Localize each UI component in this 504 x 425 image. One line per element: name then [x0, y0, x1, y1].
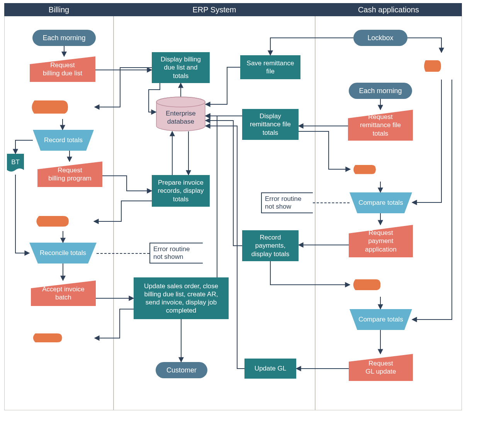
display-billing-due-list-totals: Billing due list and totals [28, 95, 95, 119]
terminator-customer: Customer [156, 362, 207, 378]
manual-input-accept-invoice-batch: Accept invoice batch [31, 280, 96, 306]
compare-totals-2-label: Compare totals [358, 315, 403, 323]
error-routine-2-label: Error routine not show [265, 195, 301, 211]
database-label: Enterprise database [166, 109, 195, 126]
invoice-totals-label: Invoice totals [69, 213, 92, 230]
lane-header-erp-label: ERP System [193, 5, 236, 14]
display-ar-discounts: AR, discounts, amount paid [350, 273, 412, 297]
error-routine-1-label: Error routine not shown [153, 245, 190, 261]
offpage-bt: BT [7, 154, 24, 175]
emailed-totals-label: E-mailed totals [441, 54, 460, 78]
terminator-each-morning-2: Each morning [349, 83, 412, 99]
dashed-connector-2 [313, 202, 350, 203]
request-payment-app-label: Request payment application [365, 229, 396, 253]
process-update-gl: Update GL [244, 359, 296, 379]
customer-label: Customer [166, 366, 197, 375]
manual-op-record-totals: Record totals [33, 130, 94, 151]
request-billing-due-list-label: Request billing due list [43, 61, 82, 78]
accept-invoice-batch-label: Accept invoice batch [42, 285, 85, 302]
manual-input-request-billing-program: Request billing program [37, 162, 102, 187]
display-remittance-totals-label: Display remittance file totals [250, 112, 291, 137]
record-totals-label: Record totals [44, 136, 83, 144]
each-morning-2-label: Each morning [359, 87, 402, 95]
display-invoice-totals: Invoice totals [33, 212, 94, 231]
update-gl-label: Update GL [255, 364, 286, 372]
reconcile-totals-label: Reconcile totals [40, 249, 86, 257]
record-payments-label: Record payments, display totals [251, 233, 289, 258]
swimlane-diagram: Billing ERP System Cash applications Eac… [0, 0, 504, 425]
annotation-error-routine-1: Error routine not shown [149, 243, 203, 264]
display-billing-due-list-label: Display billing due list and totals [161, 55, 201, 80]
update-sales-order-label: Update sales order, close billing due li… [144, 282, 218, 315]
process-display-billing-due-list: Display billing due list and totals [152, 52, 210, 83]
manual-op-reconcile-totals: Reconcile totals [29, 243, 97, 264]
manual-input-request-payment-app: Request payment application [349, 225, 413, 257]
database-enterprise: Enterprise database [156, 97, 205, 131]
display-emailed-totals: E-mailed totals [421, 53, 463, 80]
manual-input-request-gl-update: Request GL update [349, 354, 413, 381]
manual-input-request-billing-due-list: Request billing due list [30, 56, 95, 82]
bt-label: BT [11, 158, 20, 166]
save-remittance-file-label: Save remittance file [247, 59, 294, 76]
request-gl-update-label: Request GL update [366, 359, 396, 376]
process-display-remittance-totals: Display remittance file totals [242, 109, 299, 140]
lockbox-label: Lockbox [367, 34, 393, 42]
manual-input-request-remittance-totals: Request remittance file totals [348, 110, 413, 141]
job-completed-label: Job completed [62, 330, 92, 347]
remittance-file-totals-label: Remittance file totals [376, 162, 409, 178]
manual-op-compare-totals-1: Compare totals [350, 192, 412, 213]
each-morning-1-label: Each morning [42, 34, 85, 42]
terminator-each-morning-1: Each morning [32, 30, 96, 46]
display-job-completed: Job completed [30, 328, 95, 348]
terminator-lockbox: Lockbox [353, 30, 407, 46]
lane-header-erp: ERP System [114, 3, 315, 16]
manual-op-compare-totals-2: Compare totals [350, 309, 412, 330]
billing-due-list-totals-label: Billing due list and totals [68, 91, 92, 124]
compare-totals-1-label: Compare totals [358, 199, 403, 207]
lane-header-cash: Cash applications [315, 3, 462, 16]
lane-header-billing-label: Billing [49, 5, 69, 14]
lane-header-billing: Billing [4, 3, 114, 16]
process-prepare-invoice-records: Prepare invoice records, display totals [152, 175, 210, 207]
ar-discounts-label: AR, discounts, amount paid [380, 269, 410, 301]
process-save-remittance-file: Save remittance file [240, 55, 300, 79]
display-remittance-file-totals: Remittance file totals [350, 158, 411, 182]
prepare-invoice-records-label: Prepare invoice records, display totals [158, 178, 204, 203]
process-update-sales-order: Update sales order, close billing due li… [134, 277, 229, 319]
process-record-payments: Record payments, display totals [242, 230, 299, 261]
request-billing-program-label: Request billing program [48, 166, 92, 183]
lane-header-cash-label: Cash applications [358, 5, 419, 14]
dashed-connector-1 [97, 253, 149, 254]
annotation-error-routine-2: Error routine not show [261, 192, 313, 213]
request-remittance-totals-label: Request remittance file totals [360, 113, 401, 138]
